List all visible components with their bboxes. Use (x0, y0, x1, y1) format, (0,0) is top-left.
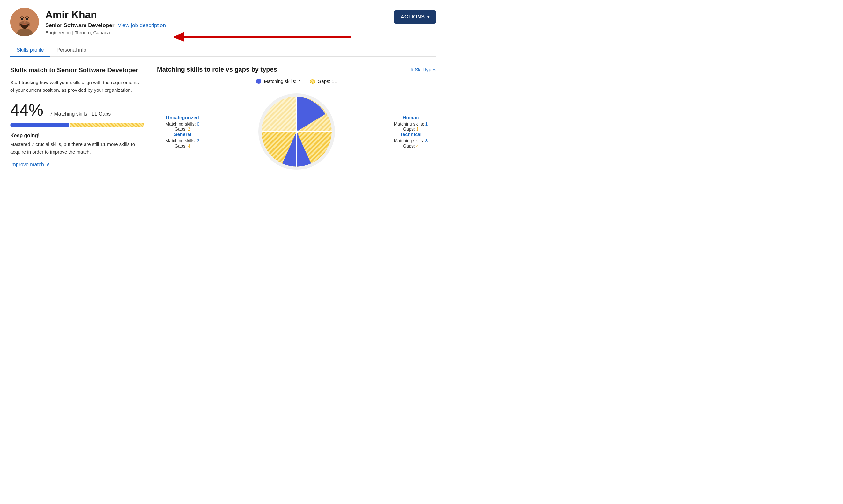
uncategorized-gaps: Gaps: 2 (166, 126, 200, 131)
header-left: Amir Khan Senior Software Developer View… (10, 8, 166, 36)
skill-types-label: Skill types (415, 67, 436, 72)
pie-chart (255, 90, 338, 173)
page-header: Amir Khan Senior Software Developer View… (10, 8, 436, 36)
improve-match-chevron-icon: ∨ (46, 162, 50, 167)
actions-chevron-icon: ▾ (427, 15, 430, 19)
legend-gaps: Gaps: 11 (310, 78, 337, 84)
tab-personal-info[interactable]: Personal info (50, 44, 92, 57)
technical-gaps: Gaps: 4 (394, 143, 428, 148)
technical-matching-value: 3 (426, 138, 428, 143)
uncategorized-matching-value: 0 (197, 121, 200, 126)
human-title: Human (394, 115, 428, 120)
general-title: General (166, 131, 200, 137)
skills-match-desc: Start tracking how well your skills alig… (10, 79, 144, 94)
uncategorized-title: Uncategorized (166, 115, 200, 120)
right-panel-title: Matching skills to role vs gaps by types (157, 66, 277, 73)
svg-point-4 (21, 18, 23, 20)
improve-match-label: Improve match (10, 162, 44, 167)
quadrant-uncategorized: Uncategorized Matching skills: 0 Gaps: 2 (166, 115, 200, 131)
skill-types-link[interactable]: ℹ Skill types (411, 67, 436, 73)
quadrant-human: Human Matching skills: 1 Gaps: 1 (394, 115, 428, 131)
header-info: Amir Khan Senior Software Developer View… (45, 8, 166, 35)
keep-going-desc: Mastered 7 crucial skills, but there are… (10, 141, 144, 156)
match-count: 7 Matching skills · 11 Gaps (50, 111, 111, 117)
general-matching-value: 3 (197, 138, 200, 143)
right-panel: Matching skills to role vs gaps by types… (157, 66, 436, 173)
left-panel: Skills match to Senior Software Develope… (10, 66, 144, 173)
uncategorized-matching: Matching skills: 0 (166, 121, 200, 126)
gaps-dot-icon (310, 79, 315, 84)
progress-gaps (70, 123, 144, 127)
legend-gaps-label: Gaps: 11 (318, 78, 337, 84)
person-dept: Engineering | Toronto, Canada (45, 30, 166, 35)
tab-skills-profile[interactable]: Skills profile (10, 44, 50, 57)
svg-point-16 (295, 130, 298, 133)
technical-matching: Matching skills: 3 (394, 138, 428, 143)
quadrant-general: General Matching skills: 3 Gaps: 4 (166, 131, 200, 148)
human-gaps: Gaps: 1 (394, 126, 428, 131)
svg-point-6 (23, 20, 25, 23)
improve-match-link[interactable]: Improve match ∨ (10, 162, 144, 167)
right-header: Matching skills to role vs gaps by types… (157, 66, 436, 73)
role-title: Senior Software Developer (45, 22, 114, 28)
general-gaps-value: 4 (188, 143, 190, 148)
general-matching: Matching skills: 3 (166, 138, 200, 143)
skills-match-title: Skills match to Senior Software Develope… (10, 66, 144, 74)
view-job-description-link[interactable]: View job description (118, 22, 166, 28)
match-stats-row: 44% 7 Matching skills · 11 Gaps (10, 102, 144, 118)
actions-label: ACTIONS (401, 14, 425, 20)
chart-legend: Matching skills: 7 Gaps: 11 (157, 78, 436, 84)
actions-button[interactable]: ACTIONS ▾ (394, 10, 436, 23)
person-role: Senior Software Developer View job descr… (45, 22, 166, 29)
legend-matching: Matching skills: 7 (256, 78, 300, 84)
quadrant-technical: Technical Matching skills: 3 Gaps: 4 (394, 131, 428, 148)
info-circle-icon: ℹ (411, 67, 413, 73)
human-matching: Matching skills: 1 (394, 121, 428, 126)
human-gaps-value: 1 (416, 126, 419, 131)
uncategorized-gaps-value: 2 (188, 126, 190, 131)
person-name: Amir Khan (45, 8, 166, 21)
progress-bar (10, 123, 144, 127)
tabs-container: Skills profile Personal info (10, 44, 436, 57)
general-gaps: Gaps: 4 (166, 143, 200, 148)
chart-area: Uncategorized Matching skills: 0 Gaps: 2 (157, 90, 436, 173)
match-percentage: 44% (10, 102, 44, 118)
avatar (10, 8, 39, 36)
svg-point-5 (26, 18, 28, 20)
keep-going-title: Keep going! (10, 133, 144, 139)
technical-gaps-value: 4 (416, 143, 419, 148)
technical-title: Technical (394, 131, 428, 137)
progress-filled (10, 123, 69, 127)
human-matching-value: 1 (426, 121, 428, 126)
legend-matching-label: Matching skills: 7 (264, 78, 300, 84)
main-content: Skills match to Senior Software Develope… (10, 66, 436, 173)
matching-dot-icon (256, 79, 261, 84)
